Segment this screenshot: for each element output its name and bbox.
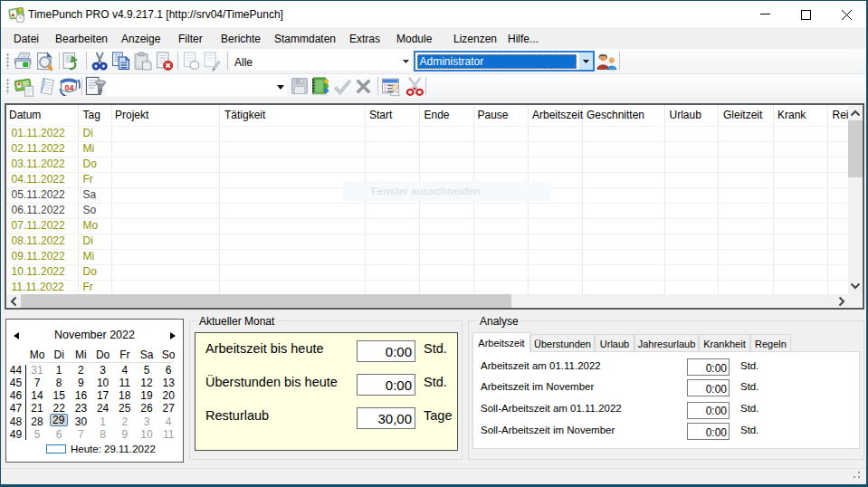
svg-text:04: 04: [64, 83, 73, 92]
